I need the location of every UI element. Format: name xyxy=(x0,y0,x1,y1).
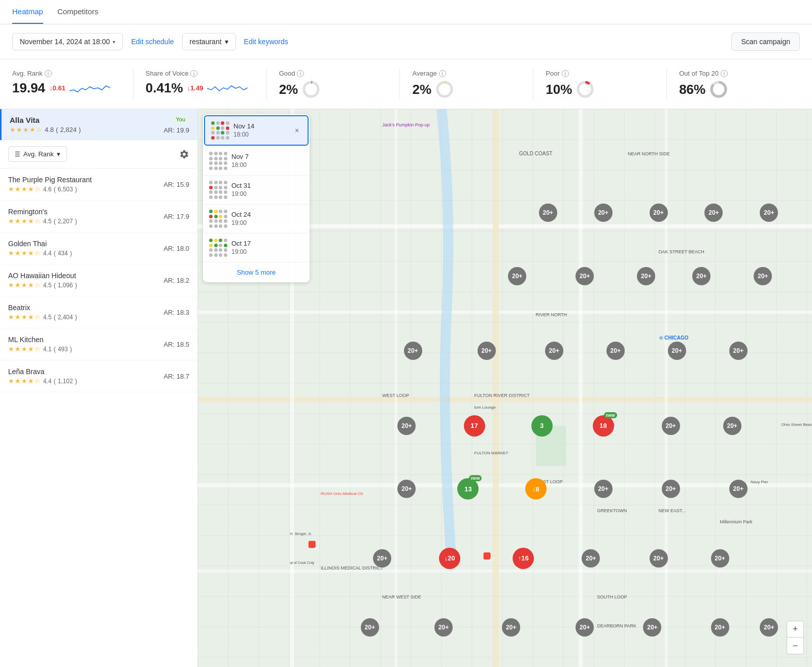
svg-text:OAK STREET BEACH: OAK STREET BEACH xyxy=(659,249,704,254)
date-selector[interactable]: November 14, 2024 at 18:00 ▾ xyxy=(12,33,123,50)
map-marker[interactable]: 20+ xyxy=(576,618,594,637)
history-item[interactable]: Oct 17 19:00 xyxy=(203,234,310,262)
list-item[interactable]: Golden Thai ★★★★☆ 4.4 (434) AR: 18.0 xyxy=(0,232,197,264)
settings-icon[interactable] xyxy=(179,149,189,159)
keyword-label: restaurant xyxy=(190,38,222,46)
map-marker[interactable]: 20+ xyxy=(643,618,661,637)
map-marker[interactable]: 20+ xyxy=(650,549,668,568)
map-marker[interactable]: new 18 xyxy=(593,415,614,437)
map-marker[interactable]: 20+ xyxy=(508,267,526,285)
svg-text:Millennium Park: Millennium Park xyxy=(720,519,753,524)
map-marker[interactable]: 20+ xyxy=(760,618,778,637)
history-panel: Nov 14 18:00 × Nov 7 18:00 xyxy=(203,114,310,282)
map-marker[interactable]: 20+ xyxy=(606,342,625,360)
map-marker[interactable]: 20+ xyxy=(662,480,680,498)
list-item[interactable]: The Purple Pig Restaurant ★★★★☆ 4.6 (6,5… xyxy=(0,169,197,201)
map-marker[interactable]: 20+ xyxy=(704,204,723,222)
map-marker[interactable]: 20+ xyxy=(594,204,613,222)
close-button[interactable]: × xyxy=(292,126,301,135)
info-icon[interactable]: i xyxy=(439,70,446,77)
map-marker[interactable]: 20+ xyxy=(582,549,600,568)
svg-text:NEAR WEST SIDE: NEAR WEST SIDE xyxy=(382,594,421,599)
map-marker[interactable]: 20+ xyxy=(404,342,422,360)
history-date: Oct 31 19:00 xyxy=(231,182,251,198)
map-marker[interactable]: 20+ xyxy=(650,204,668,222)
tab-heatmap[interactable]: Heatmap xyxy=(12,0,43,24)
svg-rect-19 xyxy=(579,109,583,667)
map-marker[interactable]: 20+ xyxy=(662,417,680,435)
history-date: Nov 14 18:00 xyxy=(233,122,254,139)
list-item[interactable]: Remington's ★★★★☆ 4.5 (2,207) AR: 17.9 xyxy=(0,201,197,232)
map-marker[interactable]: 20+ xyxy=(729,342,748,360)
map-marker[interactable]: 20+ xyxy=(760,204,778,222)
donut-poor xyxy=(576,80,594,98)
stat-avg-rank: Avg. Rank i 19.94 ↓0.61 xyxy=(12,70,133,98)
history-item[interactable]: Nov 14 18:00 × xyxy=(204,115,309,146)
map-container[interactable]: GOLD COAST NEAR NORTH SIDE OAK STREET BE… xyxy=(198,109,812,667)
map-marker[interactable]: 20+ xyxy=(397,417,416,435)
svg-rect-18 xyxy=(493,109,499,667)
scan-campaign-button[interactable]: Scan campaign xyxy=(731,32,800,51)
svg-text:NEW EAST...: NEW EAST... xyxy=(659,508,686,513)
map-marker[interactable]: 20+ xyxy=(729,480,748,498)
info-icon[interactable]: i xyxy=(721,70,728,77)
edit-schedule-link[interactable]: Edit schedule xyxy=(131,38,174,46)
map-marker[interactable]: 20+ xyxy=(711,549,729,568)
info-icon[interactable]: i xyxy=(562,70,569,77)
svg-point-2 xyxy=(437,82,452,96)
svg-text:GREEKTOWN: GREEKTOWN xyxy=(597,508,627,513)
info-icon[interactable]: i xyxy=(190,70,197,77)
history-item[interactable]: Oct 31 19:00 xyxy=(203,176,310,205)
svg-text:Navy Pier: Navy Pier xyxy=(751,480,768,484)
stat-average: Average i 2% xyxy=(412,70,533,98)
map-marker[interactable]: 17 xyxy=(464,415,485,437)
map-marker[interactable]: 20+ xyxy=(478,342,496,360)
info-icon[interactable]: i xyxy=(297,70,304,77)
svg-text:GOLD COAST: GOLD COAST xyxy=(519,151,553,156)
map-marker[interactable]: 20+ xyxy=(668,342,686,360)
map-marker[interactable]: ↓8 xyxy=(525,478,547,499)
history-item[interactable]: Nov 7 18:00 xyxy=(203,147,310,176)
you-badge: You xyxy=(172,115,189,123)
restaurant-list: The Purple Pig Restaurant ★★★★☆ 4.6 (6,5… xyxy=(0,169,197,392)
map-marker[interactable]: 20+ xyxy=(723,417,741,435)
svg-text:al of Cook Cnty: al of Cook Cnty xyxy=(290,561,315,565)
map-marker[interactable]: ↑16 xyxy=(513,548,534,569)
svg-text:ILLINOIS MEDICAL DISTRICT: ILLINOIS MEDICAL DISTRICT xyxy=(321,565,384,571)
map-marker[interactable]: 20+ xyxy=(545,342,563,360)
list-item[interactable]: ML Kitchen ★★★★☆ 4.1 (493) AR: 18.5 xyxy=(0,328,197,360)
svg-rect-17 xyxy=(394,109,397,667)
list-item[interactable]: Beatrix ★★★★☆ 4.5 (2,404) AR: 18.3 xyxy=(0,296,197,328)
svg-text:H: H xyxy=(490,557,493,562)
map-marker[interactable]: 20+ xyxy=(502,618,520,637)
map-marker[interactable]: 20+ xyxy=(692,267,710,285)
svg-text:RUSH Univ Medical Ctr: RUSH Univ Medical Ctr xyxy=(321,491,363,496)
map-marker[interactable]: new 13 xyxy=(457,478,479,499)
history-item[interactable]: Oct 24 19:00 xyxy=(203,205,310,234)
svg-text:☆ CHICAGO: ☆ CHICAGO xyxy=(659,335,689,341)
map-marker[interactable]: 20+ xyxy=(594,480,613,498)
svg-text:H: H xyxy=(315,546,318,551)
selected-restaurant[interactable]: Alla Vita ★★★★☆ 4.8 (2,824) You AR: 19.9 xyxy=(0,109,197,140)
list-item[interactable]: Leña Brava ★★★★☆ 4.4 (1,102) AR: 18.7 xyxy=(0,360,197,392)
list-item[interactable]: AO Hawaiian Hideout ★★★★☆ 4.5 (1,096) AR… xyxy=(0,264,197,296)
stars-icon: ★★★★☆ xyxy=(10,126,43,134)
filter-button[interactable]: ☰ Avg. Rank ▾ xyxy=(8,146,67,162)
edit-keywords-link[interactable]: Edit keywords xyxy=(244,38,288,46)
map-marker[interactable]: 20+ xyxy=(539,204,557,222)
map-marker[interactable]: 20+ xyxy=(373,549,391,568)
show-more-button[interactable]: Show 5 more xyxy=(203,262,310,282)
map-marker[interactable]: ↓20 xyxy=(439,548,460,569)
map-marker[interactable]: 20+ xyxy=(361,618,379,637)
map-marker[interactable]: 20+ xyxy=(754,267,772,285)
keyword-selector[interactable]: restaurant ▾ xyxy=(182,33,236,50)
filter-row: ☰ Avg. Rank ▾ xyxy=(0,140,197,169)
map-marker[interactable]: 20+ xyxy=(576,267,594,285)
map-marker[interactable]: 20+ xyxy=(711,618,729,637)
map-marker[interactable]: 3 xyxy=(531,415,553,437)
info-icon[interactable]: i xyxy=(45,70,52,77)
tab-competitors[interactable]: Competitors xyxy=(57,0,98,24)
map-marker[interactable]: 20+ xyxy=(397,480,416,498)
map-marker[interactable]: 20+ xyxy=(637,267,655,285)
map-marker[interactable]: 20+ xyxy=(434,618,453,637)
